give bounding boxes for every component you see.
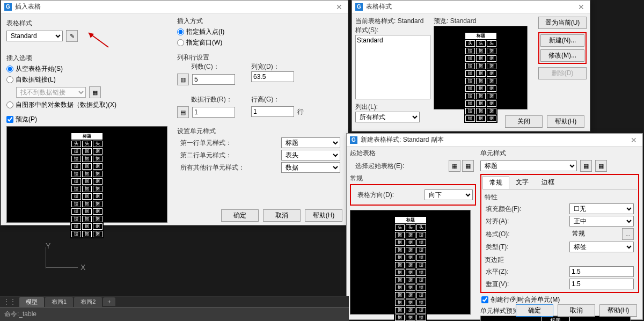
command-line[interactable]: 命令:_table (0, 307, 349, 321)
help-button[interactable]: 帮助(H) (305, 209, 342, 222)
cmd-label: 命令: (4, 310, 19, 318)
hz-label: 水平(Z): (486, 267, 545, 276)
line-unit: 行 (297, 107, 304, 116)
r1-select[interactable]: 标题 (281, 137, 340, 148)
insert-method-label: 插入方式 (177, 17, 343, 26)
radio-data-link[interactable]: 自数据链接(L) (6, 75, 170, 84)
fill-select[interactable]: ☐无 (569, 203, 634, 214)
fill-label: 填充颜色(F): (486, 205, 545, 214)
close-icon[interactable]: ✕ (628, 136, 639, 144)
style-s-label: 样式(S): (355, 26, 430, 35)
preview-checkbox[interactable]: 预览(P) (6, 115, 167, 124)
tab-text[interactable]: 文字 (509, 176, 535, 189)
ok-button[interactable]: 确定 (221, 209, 259, 222)
columns-icon: ▥ (177, 74, 189, 85)
model-tabs: ⋮⋮ 模型 布局1 布局2 + (0, 296, 349, 307)
radio-insert-point[interactable]: 指定插入点(I) (177, 27, 343, 37)
app-icon: G (350, 136, 357, 144)
table-style-manage-button[interactable]: ✎ (66, 30, 78, 42)
r2-label: 第二行单元样式： (180, 151, 232, 160)
close-button[interactable]: 关闭 (505, 115, 543, 128)
help-button[interactable]: 帮助(H) (599, 304, 637, 317)
datarows-input[interactable] (192, 107, 235, 118)
direction-label: 表格方向(D): (357, 191, 394, 200)
close-icon[interactable]: ✕ (334, 3, 345, 11)
margin-label: 页边距 (485, 256, 635, 265)
radio-window[interactable]: 指定窗口(W) (177, 38, 343, 47)
app-icon: G (355, 3, 363, 11)
axis-line-x (46, 267, 78, 268)
preview-label: 预览: Standard (434, 17, 535, 26)
tab-add[interactable]: + (103, 297, 115, 306)
tab-model[interactable]: 模型 (19, 297, 44, 307)
style-list[interactable]: Standard (355, 35, 430, 99)
colrow-label: 列和行设置 (177, 53, 343, 62)
dlg1-title: 插入表格 (15, 2, 334, 11)
vt-input[interactable] (569, 279, 634, 289)
sel-start-label: 选择起始表格(E): (355, 162, 404, 171)
tab-layout1[interactable]: 布局1 (45, 297, 73, 307)
align-label: 对齐(A): (486, 217, 545, 226)
type-select[interactable]: 标签 (569, 242, 634, 252)
table-style-dialog: G 表格样式 ✕ 当前表格样式: Standard 样式(S): Standar… (352, 0, 590, 132)
cmd-text: _table (19, 310, 36, 318)
app-icon: G (4, 3, 12, 11)
radio-extract[interactable]: 自图形中的对象数据（数据提取)(X) (6, 100, 170, 110)
rowheight-label: 行高(G)： (251, 95, 304, 104)
cell-preview-row: 标题 (541, 317, 570, 322)
merge-checkbox[interactable]: 创建行/列时合并单元(M) (481, 295, 638, 304)
ok-button[interactable]: 确定 (516, 304, 553, 317)
dlg3-preview-table: 标题 头头头 据据据据据据 据据据据据据 据据据据据据 据据据据据据 据据据据据… (394, 216, 427, 321)
hz-input[interactable] (569, 266, 634, 277)
rows-icon: ▤ (177, 106, 189, 118)
current-style-label: 当前表格样式: Standard (355, 17, 430, 26)
axis-y: Y (46, 242, 50, 250)
table-style-select[interactable]: Standard (6, 31, 63, 41)
r3-label: 所有其他行单元样式： (180, 163, 245, 172)
colwidth-input[interactable] (251, 71, 294, 82)
colcount-label: 列数(C)： (191, 62, 235, 71)
set-current-button[interactable]: 置为当前(U) (538, 17, 587, 29)
type-label: 类型(T): (486, 243, 545, 252)
fmt-label: 格式(O): (486, 230, 545, 239)
manage-cell-style-icon[interactable]: ▦ (595, 160, 607, 172)
cancel-button[interactable]: 取消 (263, 209, 301, 222)
modify-button[interactable]: 修改(M)... (540, 49, 584, 62)
close-icon[interactable]: ✕ (576, 3, 587, 11)
remove-icon[interactable]: ▦ (462, 160, 474, 172)
rowheight-input[interactable] (251, 106, 294, 117)
align-select[interactable]: 正中 (569, 216, 634, 227)
r2-select[interactable]: 表头 (281, 150, 340, 160)
axis-x: X (80, 263, 85, 272)
style-preview-table: 标题 头头头 据据据据据据 据据据据据据 据据据据据据 据据据据据据 据据据据据… (464, 32, 497, 123)
cell-style-label: 单元样式 (480, 149, 639, 158)
fmt-value: 常规 (570, 228, 621, 240)
cancel-button[interactable]: 取消 (558, 304, 595, 317)
colwidth-label: 列宽(D)： (251, 62, 294, 71)
radio-empty-table[interactable]: 从空表格开始(S) (6, 64, 170, 74)
dlg2-title: 表格样式 (366, 2, 576, 11)
insert-table-dialog: G 插入表格 ✕ 表格样式 Standard ✎ 插入选项 从空表格开始(S) … (1, 0, 348, 225)
dlg2-titlebar: G 表格样式 ✕ (352, 1, 590, 13)
list-select[interactable]: 所有样式 (355, 112, 420, 122)
new-cell-style-icon[interactable]: ▦ (580, 160, 592, 172)
data-link-select: 找不到数据链接 (16, 87, 86, 98)
general-label: 常规 (350, 174, 476, 183)
r3-select[interactable]: 数据 (281, 162, 340, 173)
dlg3-titlebar: G 新建表格样式: Standard 副本 ✕ (347, 134, 642, 147)
colcount-input[interactable] (192, 74, 235, 85)
new-button[interactable]: 新建(N)... (540, 34, 584, 47)
help-button[interactable]: 帮助(H) (547, 115, 584, 128)
pick-table-icon[interactable]: ▦ (449, 160, 460, 172)
insert-options-label: 插入选项 (6, 54, 170, 63)
tab-border[interactable]: 边框 (535, 176, 561, 189)
tab-general[interactable]: 常规 (482, 176, 509, 189)
props-label: 特性 (485, 193, 635, 202)
tab-layout2[interactable]: 布局2 (74, 297, 102, 307)
style-item[interactable]: Standard (357, 37, 383, 44)
fmt-more-button[interactable]: ... (622, 228, 634, 240)
direction-select[interactable]: 向下 (425, 189, 473, 200)
data-link-button[interactable]: ▦ (89, 86, 101, 98)
cell-style-select[interactable]: 标题 (480, 160, 577, 171)
cellstyle-label: 设置单元样式 (177, 127, 343, 136)
